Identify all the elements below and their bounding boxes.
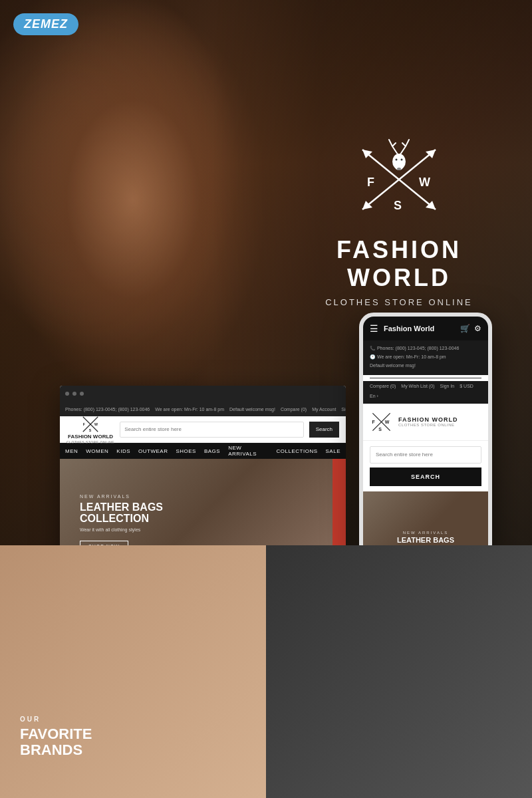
bottom-bg: OUR FAVORITEBRANDS xyxy=(0,545,532,798)
bottom-text-overlay: OUR FAVORITEBRANDS xyxy=(20,716,92,758)
content-red-strip xyxy=(332,459,346,545)
store-search-bar[interactable] xyxy=(120,422,303,438)
mobile-wishlist[interactable]: My Wish List (0) xyxy=(401,384,434,388)
topbar-hours: We are open: Mn-Fr: 10 am-8 pm xyxy=(155,407,224,412)
nav-item-kids[interactable]: Kids xyxy=(116,448,130,454)
mobile-phone-line: 📞 Phones: (800) 123-045; (800) 123-0046 xyxy=(370,344,481,352)
store-logo-sub: CLOTHES STORE ONLINE xyxy=(66,440,114,444)
browser-dot-red xyxy=(65,392,69,396)
nav-item-sale[interactable]: Sale xyxy=(326,448,340,454)
svg-text:S: S xyxy=(89,428,92,432)
mobile-mockup: ☰ Fashion World 🛒 ⚙ 📞 Phones: (800) 123-… xyxy=(359,313,492,545)
mobile-currency[interactable]: $ USD xyxy=(460,384,473,388)
mobile-hours-line: 🕐 We are open: Mn-Fr: 10 am-8 pm xyxy=(370,353,481,360)
mobile-content-text: NEW ARRIVALS LEATHER BAGSCOLLECTION Wear… xyxy=(369,531,481,545)
browser-dot-yellow xyxy=(72,392,76,396)
browser-bar xyxy=(60,386,346,402)
topbar-phone: Phones: (800) 123-0045; (800) 123-0046 xyxy=(65,407,150,412)
nav-item-outwear[interactable]: Outwear xyxy=(138,448,168,454)
zemez-badge: ZEMEZ xyxy=(13,13,78,35)
store-header: F W S FASHION WORLD CLOTHES STORE ONLINE… xyxy=(60,416,346,443)
store-logo-small: F W S FASHION WORLD CLOTHES STORE ONLINE xyxy=(66,414,114,444)
brand-logo-icon: F W S xyxy=(346,133,452,226)
mobile-logo-svg: F W S xyxy=(370,410,393,434)
mobile-divider xyxy=(370,378,481,378)
hero-section: ZEMEZ xyxy=(0,0,532,545)
mobile-search-button[interactable]: Search xyxy=(370,467,481,486)
mobile-hero-title: LEATHER BAGSCOLLECTION xyxy=(369,536,481,545)
topbar-welcome: Default welcome msg! xyxy=(229,407,275,412)
svg-text:F: F xyxy=(83,422,86,426)
bottom-left-panel: OUR FAVORITEBRANDS xyxy=(0,545,266,798)
mobile-store-header: F W S FASHION WORLD CLOTHES STORE ONLINE xyxy=(363,404,488,441)
mobile-hero-label: NEW ARRIVALS xyxy=(369,531,481,535)
brand-name: FASHION WORLD xyxy=(306,236,492,292)
bottom-right-panel xyxy=(266,545,532,798)
svg-text:W: W xyxy=(385,420,390,424)
bottom-section: OUR FAVORITEBRANDS xyxy=(0,545,532,798)
mobile-cart-icon[interactable]: 🛒 xyxy=(460,324,470,333)
bottom-title: FAVORITEBRANDS xyxy=(20,726,92,758)
mobile-welcome-line: Default welcome msg! xyxy=(370,362,481,369)
mobile-store-sub: CLOTHES STORE ONLINE xyxy=(398,423,458,427)
mobile-welcome-text: Default welcome msg! xyxy=(370,362,416,369)
store-logo-text: FASHION WORLD xyxy=(68,434,113,440)
logo-area: F W S FASHION WORLD CLOTHES STORE ONLINE xyxy=(306,133,492,307)
nav-item-collections[interactable]: Collections xyxy=(277,448,318,454)
mobile-inner: ☰ Fashion World 🛒 ⚙ 📞 Phones: (800) 123-… xyxy=(363,317,488,545)
mobile-gear-icon[interactable]: ⚙ xyxy=(474,324,481,333)
mobile-header-icons: 🛒 ⚙ xyxy=(460,324,481,333)
hero-label: NEW ARRIVALS xyxy=(80,494,163,499)
mobile-search-input[interactable] xyxy=(370,446,481,464)
hero-title: LEATHER BAGSCOLLECTION xyxy=(80,501,163,525)
topbar-account: My Account xyxy=(312,407,336,412)
browser-dot-green xyxy=(80,392,84,396)
mobile-links: Compare (0) My Wish List (0) Sign In $ U… xyxy=(363,381,488,404)
nav-item-new-arrivals[interactable]: New Arrivals xyxy=(228,445,268,457)
store-logo-svg: F W S xyxy=(80,414,100,434)
desktop-mockup: Phones: (800) 123-0045; (800) 123-0046 W… xyxy=(60,386,346,545)
content-text: NEW ARRIVALS LEATHER BAGSCOLLECTION Wear… xyxy=(80,494,163,545)
store-search-input[interactable] xyxy=(124,426,299,432)
mobile-phone-text: 📞 Phones: (800) 123-045; (800) 123-0046 xyxy=(370,344,459,352)
store-nav-bar: Men Women Kids Outwear Shoes Bags New Ar… xyxy=(60,443,346,459)
mobile-topbar: 📞 Phones: (800) 123-045; (800) 123-0046 … xyxy=(363,340,488,375)
svg-point-8 xyxy=(396,159,398,161)
nav-item-men[interactable]: Men xyxy=(65,448,78,454)
brand-tagline: CLOTHES STORE ONLINE xyxy=(306,297,492,307)
svg-text:W: W xyxy=(419,176,430,189)
nav-item-bags[interactable]: Bags xyxy=(204,448,220,454)
topbar-signin: Sign In xyxy=(341,407,346,412)
mobile-lang[interactable]: En › xyxy=(370,394,378,398)
mobile-store-name: FASHION WORLD xyxy=(398,416,458,423)
topbar-compare: Compare (0) xyxy=(281,407,307,412)
hero-subtitle: Wear it with all clothing styles xyxy=(80,527,163,532)
mobile-search-area: Search xyxy=(363,441,488,491)
nav-item-women[interactable]: Women xyxy=(86,448,108,454)
svg-text:S: S xyxy=(394,199,402,212)
hamburger-icon[interactable]: ☰ xyxy=(370,323,378,334)
nav-item-shoes[interactable]: Shoes xyxy=(176,448,196,454)
store-search-button[interactable]: Search xyxy=(309,422,339,438)
mobile-header: ☰ Fashion World 🛒 ⚙ xyxy=(363,317,488,340)
svg-text:W: W xyxy=(94,422,98,426)
store-hero-content: NEW ARRIVALS LEATHER BAGSCOLLECTION Wear… xyxy=(60,459,346,545)
svg-text:F: F xyxy=(372,420,376,424)
mobile-hero-content: NEW ARRIVALS LEATHER BAGSCOLLECTION Wear… xyxy=(363,491,488,545)
svg-point-9 xyxy=(401,159,403,161)
svg-text:F: F xyxy=(367,176,374,189)
svg-point-10 xyxy=(397,168,401,170)
mobile-compare[interactable]: Compare (0) xyxy=(370,384,396,388)
bottom-label: OUR xyxy=(20,716,92,723)
mobile-hours-text: 🕐 We are open: Mn-Fr: 10 am-8 pm xyxy=(370,353,446,360)
svg-text:S: S xyxy=(378,426,382,431)
mobile-brand-info: FASHION WORLD CLOTHES STORE ONLINE xyxy=(398,416,458,427)
shop-now-button[interactable]: Shop Now xyxy=(80,541,128,545)
mobile-signin[interactable]: Sign In xyxy=(440,384,454,388)
mobile-brand-label: Fashion World xyxy=(384,325,455,332)
